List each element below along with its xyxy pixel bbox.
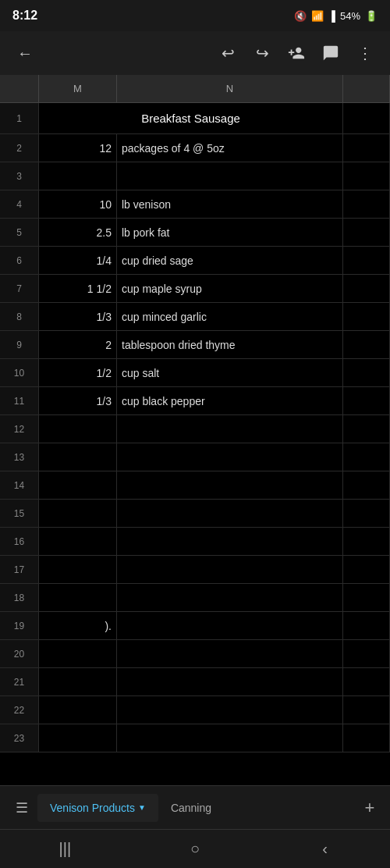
cell-o[interactable] (343, 415, 390, 443)
cell-m[interactable]: 1/3 (39, 387, 117, 414)
col-header-m[interactable]: M (39, 75, 117, 102)
cell-m[interactable] (39, 415, 117, 443)
cell-n[interactable] (117, 556, 343, 583)
table-row[interactable]: 14 (0, 471, 390, 500)
cell-m[interactable]: ). (39, 612, 117, 639)
cell-n[interactable] (117, 724, 343, 752)
cell-n[interactable]: cup minced garlic (117, 303, 343, 330)
table-row[interactable]: 17 (0, 556, 390, 584)
back-button[interactable]: ← (9, 37, 41, 69)
cell-n[interactable] (117, 528, 343, 555)
cell-n[interactable]: cup dried sage (117, 247, 343, 274)
cell-m[interactable]: 1 1/2 (39, 275, 117, 302)
cell-m[interactable] (39, 640, 117, 667)
table-row[interactable]: 12 (0, 415, 390, 443)
cell-n[interactable] (117, 584, 343, 611)
cell-m[interactable] (39, 162, 117, 190)
table-row[interactable]: 410lb venison (0, 190, 390, 219)
table-row[interactable]: 19). (0, 612, 390, 640)
cell-o[interactable] (343, 724, 390, 752)
comment-button[interactable] (315, 37, 346, 69)
table-row[interactable]: 23 (0, 724, 390, 752)
cell-n[interactable]: cup maple syrup (117, 275, 343, 302)
sheet-tab-active[interactable]: Venison Products ▼ (37, 794, 158, 822)
table-row[interactable]: 81/3cup minced garlic (0, 303, 390, 331)
cell-o[interactable] (343, 359, 390, 386)
cell-n[interactable] (117, 612, 343, 639)
table-row[interactable]: 20 (0, 640, 390, 668)
table-row[interactable]: 13 (0, 443, 390, 471)
cell-m[interactable] (39, 556, 117, 583)
cell-n[interactable]: tablespoon dried thyme (117, 331, 343, 358)
col-header-n[interactable]: N (117, 75, 343, 102)
cell-o[interactable] (343, 500, 390, 527)
cell-m[interactable] (39, 471, 117, 499)
cell-n[interactable] (117, 162, 343, 190)
cell-o[interactable] (343, 471, 390, 499)
cell-o[interactable] (343, 668, 390, 695)
redo-button[interactable]: ↪ (246, 37, 278, 69)
cell-n[interactable] (117, 443, 343, 471)
cell-o[interactable] (343, 331, 390, 358)
cell-m[interactable] (39, 528, 117, 555)
undo-button[interactable]: ↩ (212, 37, 243, 69)
table-row[interactable]: 212packages of 4 @ 5oz (0, 134, 390, 162)
cell-n[interactable] (117, 696, 343, 724)
cell-m[interactable]: 2.5 (39, 219, 117, 246)
cell-o[interactable] (343, 190, 390, 218)
cell-o[interactable] (343, 612, 390, 639)
cell-o[interactable] (343, 387, 390, 414)
table-row[interactable]: 111/3cup black pepper (0, 387, 390, 415)
cell-n[interactable]: cup salt (117, 359, 343, 386)
cell-m[interactable]: 2 (39, 331, 117, 358)
cell-m[interactable] (39, 443, 117, 471)
cell-m[interactable]: 12 (39, 134, 117, 162)
nav-menu-button[interactable]: ||| (41, 834, 88, 865)
cell-m[interactable]: 1/4 (39, 247, 117, 274)
cell-m[interactable] (39, 668, 117, 695)
cell-n[interactable]: lb venison (117, 190, 343, 218)
cell-o[interactable] (343, 443, 390, 471)
table-row[interactable]: 1Breakfast Sausage (0, 103, 390, 134)
cell-o[interactable] (343, 219, 390, 246)
cell-m[interactable] (39, 724, 117, 752)
table-row[interactable]: 52.5lb pork fat (0, 219, 390, 247)
cell-title[interactable]: Breakfast Sausage (39, 103, 343, 133)
cell-o[interactable] (343, 556, 390, 583)
nav-home-button[interactable]: ○ (172, 834, 218, 865)
cell-o[interactable] (343, 696, 390, 724)
cell-n[interactable]: cup black pepper (117, 387, 343, 414)
cell-o[interactable] (343, 584, 390, 611)
sheet-tab-canning[interactable]: Canning (158, 794, 224, 822)
cell-n[interactable] (117, 471, 343, 499)
cell-o[interactable] (343, 103, 390, 133)
table-row[interactable]: 22 (0, 696, 390, 724)
table-row[interactable]: 16 (0, 528, 390, 556)
table-row[interactable]: 92tablespoon dried thyme (0, 331, 390, 359)
table-row[interactable]: 3 (0, 162, 390, 190)
table-row[interactable]: 15 (0, 500, 390, 528)
cell-m[interactable] (39, 500, 117, 527)
more-button[interactable]: ⋮ (349, 37, 381, 69)
cell-o[interactable] (343, 275, 390, 302)
cell-m[interactable]: 1/2 (39, 359, 117, 386)
table-row[interactable]: 101/2cup salt (0, 359, 390, 387)
sheet-menu-button[interactable]: ☰ (6, 792, 37, 824)
add-sheet-button[interactable]: + (356, 794, 384, 822)
add-person-button[interactable] (281, 37, 312, 69)
cell-o[interactable] (343, 528, 390, 555)
cell-m[interactable] (39, 584, 117, 611)
cell-n[interactable]: lb pork fat (117, 219, 343, 246)
cell-n[interactable] (117, 668, 343, 695)
cell-o[interactable] (343, 247, 390, 274)
cell-o[interactable] (343, 640, 390, 667)
cell-n[interactable] (117, 640, 343, 667)
cell-m[interactable] (39, 696, 117, 724)
cell-m[interactable]: 1/3 (39, 303, 117, 330)
nav-back-button[interactable]: ‹ (302, 834, 349, 865)
table-row[interactable]: 21 (0, 668, 390, 696)
cell-m[interactable]: 10 (39, 190, 117, 218)
cell-n[interactable]: packages of 4 @ 5oz (117, 134, 343, 162)
cell-n[interactable] (117, 500, 343, 527)
cell-o[interactable] (343, 303, 390, 330)
